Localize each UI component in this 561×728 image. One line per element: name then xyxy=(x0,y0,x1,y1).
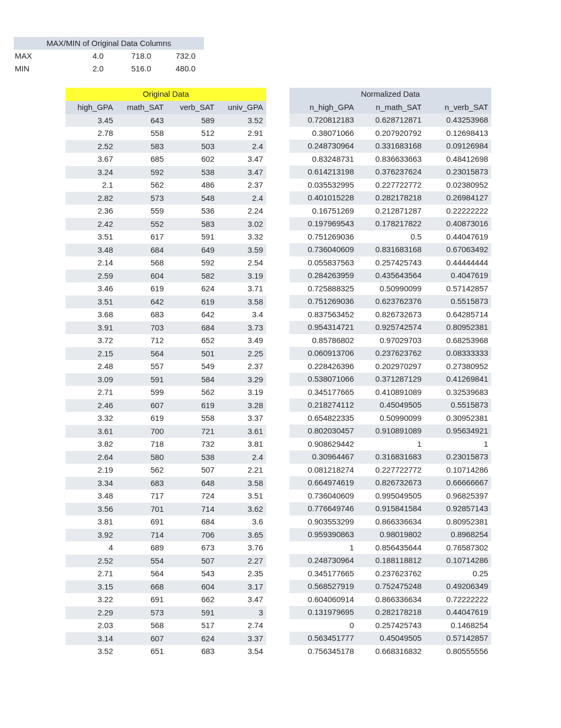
table-row: 0.0609137060.2376237620.08333333 xyxy=(289,347,491,360)
cell: 3.73 xyxy=(218,321,266,335)
table-row: 0.7512690360.50.44047619 xyxy=(289,231,491,244)
cell: 2.74 xyxy=(218,619,266,632)
cell: 0.316831683 xyxy=(357,450,425,464)
cell: 0.85786802 xyxy=(289,334,357,347)
cell: 589 xyxy=(167,114,218,127)
cell: 3.49 xyxy=(218,334,266,347)
cell: 700 xyxy=(116,425,167,438)
cell: 673 xyxy=(167,541,218,555)
cell: 3.71 xyxy=(218,282,266,296)
cell: 3.54 xyxy=(218,645,266,658)
cell: 683 xyxy=(167,645,218,658)
cell: 0.371287129 xyxy=(357,373,425,386)
table-row: 2.365595362.24 xyxy=(66,205,266,218)
cell: 717 xyxy=(116,490,167,503)
cell: 0.30952381 xyxy=(425,412,491,425)
cell: 683 xyxy=(116,477,167,490)
summary-cell: 516.0 xyxy=(104,62,151,75)
cell: 543 xyxy=(167,567,218,580)
cell: 0.915841584 xyxy=(357,502,425,515)
cell: 2.36 xyxy=(66,205,116,218)
table-row: 2.195625072.21 xyxy=(66,464,266,477)
table-row: 10.8564356440.76587302 xyxy=(289,541,491,555)
table-row: 0.380710660.2079207920.12698413 xyxy=(289,127,491,140)
cell: 0.76587302 xyxy=(425,541,491,555)
cell: 703 xyxy=(116,321,167,335)
cell: 3.58 xyxy=(218,477,266,490)
table-row: 0.9035532990.8663366340.80952381 xyxy=(289,515,491,529)
cell: 0.43253968 xyxy=(425,114,491,127)
cell: 536 xyxy=(167,205,218,218)
table-row: 0.90862944211 xyxy=(289,438,491,451)
table-row: 3.487177243.51 xyxy=(66,490,266,503)
cell: 0.08333333 xyxy=(425,347,491,360)
cell: 0.736040609 xyxy=(289,490,357,503)
cell: 558 xyxy=(116,127,167,140)
cell: 3.32 xyxy=(66,412,116,425)
cell: 583 xyxy=(116,140,167,153)
cell: 0.16751269 xyxy=(289,205,357,218)
summary-cell: 732.0 xyxy=(151,50,195,62)
cell: 3.28 xyxy=(218,399,266,412)
cell: 0.866336634 xyxy=(357,593,425,606)
cell: 0.081218274 xyxy=(289,464,357,477)
cell: 2.29 xyxy=(66,606,116,620)
cell: 2.71 xyxy=(66,567,116,580)
cell: 564 xyxy=(116,567,167,580)
cell: 0.826732673 xyxy=(357,476,425,490)
cell: 3.34 xyxy=(66,477,116,490)
cell: 714 xyxy=(116,529,167,542)
cell: 562 xyxy=(116,179,167,192)
table-row: 00.2574257430.1468254 xyxy=(289,619,491,632)
cell: 0.96825397 xyxy=(425,490,491,503)
cell: 0.776649746 xyxy=(289,502,357,515)
cell: 3.91 xyxy=(66,321,116,335)
cell: 607 xyxy=(116,632,167,646)
cell: 0.903553299 xyxy=(289,515,357,529)
summary-row: MAX4.0718.0732.0 xyxy=(14,50,204,62)
original-data-table: Original Data high_GPAmath_SATverb_SATun… xyxy=(66,88,266,658)
table-row: 2.485575492.37 xyxy=(66,360,266,373)
cell: 602 xyxy=(167,153,218,166)
table-row: 0.3451776650.2376237620.25 xyxy=(289,567,491,580)
cell: 0.331683168 xyxy=(357,140,425,153)
cell: 683 xyxy=(116,308,167,321)
cell: 721 xyxy=(167,425,218,438)
cell: 0.345177665 xyxy=(289,386,357,399)
cell: 548 xyxy=(167,192,218,205)
cell: 0.826732673 xyxy=(357,308,425,321)
spreadsheet-page: MAX/MIN of Original Data Columns MAX4.07… xyxy=(0,0,561,728)
cell: 0.736040609 xyxy=(289,243,357,256)
table-row: 0.0558375630.2574257430.44444444 xyxy=(289,256,491,270)
cell: 0.22222222 xyxy=(425,205,491,218)
cell: 557 xyxy=(116,360,167,373)
cell: 0.80555556 xyxy=(425,645,491,658)
cell: 0.831683168 xyxy=(357,243,425,256)
cell: 538 xyxy=(167,166,218,179)
table-row: 0.167512690.2128712870.22222222 xyxy=(289,205,491,218)
cell: 684 xyxy=(116,244,167,257)
cell: 0.27380952 xyxy=(425,360,491,373)
cell: 701 xyxy=(116,503,167,516)
cell: 503 xyxy=(167,140,218,153)
table-row: 0.7766497460.9158415840.92857143 xyxy=(289,502,491,515)
cell: 0.45049505 xyxy=(357,399,425,412)
column-header: verb_SAT xyxy=(167,101,218,114)
table-row: 2.295735913 xyxy=(66,606,266,620)
cell: 0.38071066 xyxy=(289,127,357,140)
table-row: 3.567017143.62 xyxy=(66,503,266,516)
cell: 2.91 xyxy=(218,127,266,140)
cell: 0.248730964 xyxy=(289,554,357,567)
cell: 3.32 xyxy=(218,231,266,244)
cell: 2.19 xyxy=(66,464,116,477)
cell: 2.25 xyxy=(218,347,266,361)
table-row: 2.525835032.4 xyxy=(66,140,266,153)
cell: 0.72222222 xyxy=(425,593,491,606)
cell: 3.51 xyxy=(66,231,116,244)
cell: 706 xyxy=(167,529,218,542)
column-header: n_math_SAT xyxy=(357,101,425,114)
cell: 691 xyxy=(116,515,167,529)
table-row: 3.526516833.54 xyxy=(66,645,266,658)
cell: 2.54 xyxy=(218,256,266,270)
cell: 507 xyxy=(167,464,218,477)
